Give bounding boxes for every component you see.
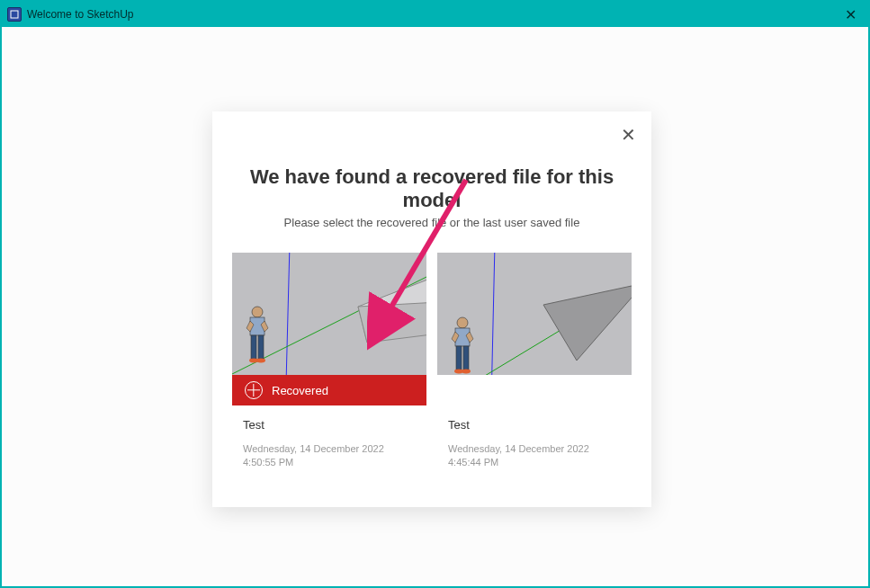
svg-point-19 xyxy=(462,370,471,374)
recovered-label: Recovered xyxy=(272,384,328,397)
svg-point-4 xyxy=(252,307,263,317)
recovered-icon xyxy=(245,381,263,399)
file-date: Wednesday, 14 December 2022 xyxy=(243,442,416,456)
svg-rect-17 xyxy=(463,346,469,370)
content-area: ✕ We have found a recovered file for thi… xyxy=(4,27,866,584)
recovery-dialog: ✕ We have found a recovered file for thi… xyxy=(212,111,651,507)
file-info: Test Wednesday, 14 December 2022 4:45:44… xyxy=(437,405,632,486)
dialog-subheading: Please select the recovered file or the … xyxy=(229,216,635,229)
file-time: 4:50:55 PM xyxy=(243,456,416,469)
app-window: Welcome to SketchUp ✕ ✕ We have found a … xyxy=(0,0,870,588)
svg-rect-6 xyxy=(251,335,256,359)
file-time: 4:45:44 PM xyxy=(448,456,621,469)
app-icon xyxy=(7,7,22,22)
dialog-close-button[interactable]: ✕ xyxy=(617,124,639,146)
window-close-button[interactable]: ✕ xyxy=(838,2,863,27)
svg-rect-16 xyxy=(456,346,462,370)
dialog-heading: We have found a recovered file for this … xyxy=(229,165,635,212)
svg-point-14 xyxy=(457,317,468,328)
window-title: Welcome to SketchUp xyxy=(27,8,838,21)
file-title: Test xyxy=(243,418,416,432)
file-cards: Recovered Test Wednesday, 14 December 20… xyxy=(229,253,635,486)
badge-spacer xyxy=(437,375,632,405)
file-title: Test xyxy=(448,418,621,432)
file-date: Wednesday, 14 December 2022 xyxy=(448,442,621,456)
recovered-file-card[interactable]: Recovered Test Wednesday, 14 December 20… xyxy=(232,253,426,486)
titlebar: Welcome to SketchUp ✕ xyxy=(2,2,868,27)
svg-rect-0 xyxy=(11,11,18,18)
saved-file-card[interactable]: Test Wednesday, 14 December 2022 4:45:44… xyxy=(437,253,632,486)
file-info: Test Wednesday, 14 December 2022 4:50:55… xyxy=(232,405,426,486)
recovered-badge: Recovered xyxy=(232,375,426,405)
file-thumbnail xyxy=(437,253,632,375)
file-thumbnail xyxy=(232,253,426,375)
svg-rect-7 xyxy=(258,335,264,359)
svg-point-9 xyxy=(256,359,265,363)
